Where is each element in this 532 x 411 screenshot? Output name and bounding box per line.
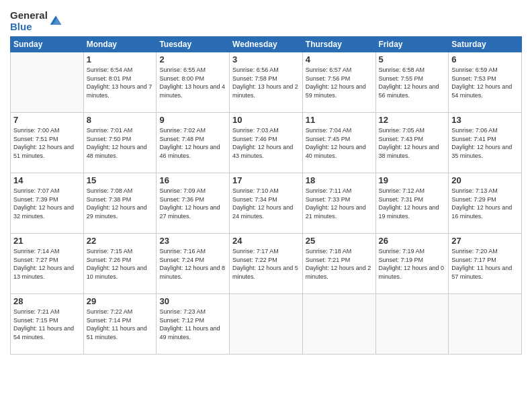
day-number: 30 [159,296,226,306]
daylight-text: Daylight: 12 hours and 27 minutes. [159,204,220,220]
sunset-text: Sunset: 7:38 PM [87,196,132,203]
cell-info: Sunrise: 7:23 AM Sunset: 7:12 PM Dayligh… [159,308,226,341]
cell-info: Sunrise: 7:05 AM Sunset: 7:43 PM Dayligh… [379,126,446,160]
day-number: 21 [13,236,81,246]
cell-info: Sunrise: 7:02 AM Sunset: 7:48 PM Dayligh… [159,126,226,160]
sunset-text: Sunset: 7:12 PM [159,317,204,324]
calendar-cell: 11 Sunrise: 7:04 AM Sunset: 7:45 PM Dayl… [302,113,375,173]
daylight-text: Daylight: 12 hours and 8 minutes. [159,265,225,280]
cell-info: Sunrise: 7:11 AM Sunset: 7:33 PM Dayligh… [306,187,373,220]
day-number: 1 [87,54,154,64]
day-number: 27 [451,236,519,246]
calendar-cell: 22 Sunrise: 7:15 AM Sunset: 7:26 PM Dayl… [83,234,157,294]
daylight-text: Daylight: 11 hours and 49 minutes. [159,325,220,340]
sunrise-text: Sunrise: 7:00 AM [13,127,60,134]
sunrise-text: Sunrise: 6:58 AM [379,66,425,73]
day-number: 6 [451,54,519,64]
cell-info: Sunrise: 6:59 AM Sunset: 7:53 PM Dayligh… [451,66,519,99]
calendar-cell: 18 Sunrise: 7:11 AM Sunset: 7:33 PM Dayl… [302,173,375,234]
day-number: 12 [379,115,446,125]
sunset-text: Sunset: 8:00 PM [159,75,204,82]
logo-general: General [10,9,48,21]
calendar-cell: 5 Sunrise: 6:58 AM Sunset: 7:55 PM Dayli… [375,52,449,113]
sunrise-text: Sunrise: 7:04 AM [306,127,352,134]
calendar-cell: 23 Sunrise: 7:16 AM Sunset: 7:24 PM Dayl… [157,234,230,294]
sunset-text: Sunset: 7:55 PM [379,75,424,82]
sunset-text: Sunset: 7:29 PM [451,196,496,203]
calendar-cell: 19 Sunrise: 7:12 AM Sunset: 7:31 PM Dayl… [375,173,449,234]
calendar-cell: 13 Sunrise: 7:06 AM Sunset: 7:41 PM Dayl… [449,113,522,173]
day-number: 9 [159,115,226,125]
cell-info: Sunrise: 6:57 AM Sunset: 7:56 PM Dayligh… [306,66,373,99]
day-number: 26 [379,236,446,246]
daylight-text: Daylight: 12 hours and 32 minutes. [13,204,74,220]
day-number: 14 [13,175,81,185]
daylight-text: Daylight: 11 hours and 54 minutes. [13,325,74,340]
sunrise-text: Sunrise: 6:56 AM [232,66,279,73]
sunset-text: Sunset: 7:17 PM [451,257,496,263]
calendar-cell: 29 Sunrise: 7:22 AM Sunset: 7:14 PM Dayl… [83,294,157,355]
daylight-text: Daylight: 12 hours and 19 minutes. [379,204,439,220]
sunrise-text: Sunrise: 7:17 AM [232,248,279,255]
calendar-cell: 3 Sunrise: 6:56 AM Sunset: 7:58 PM Dayli… [230,52,303,113]
sunrise-text: Sunrise: 7:10 AM [232,187,279,194]
day-number: 25 [306,236,373,246]
daylight-text: Daylight: 12 hours and 5 minutes. [232,265,298,280]
calendar-week-row: 14 Sunrise: 7:07 AM Sunset: 7:39 PM Dayl… [11,173,522,234]
sunrise-text: Sunrise: 6:57 AM [306,66,352,73]
cell-info: Sunrise: 7:01 AM Sunset: 7:50 PM Dayligh… [87,126,154,160]
calendar-week-row: 28 Sunrise: 7:21 AM Sunset: 7:15 PM Dayl… [11,294,522,355]
sunset-text: Sunset: 7:41 PM [451,136,496,142]
calendar-cell: 30 Sunrise: 7:23 AM Sunset: 7:12 PM Dayl… [157,294,230,355]
daylight-text: Daylight: 13 hours and 4 minutes. [159,83,225,99]
sunset-text: Sunset: 7:39 PM [13,196,58,203]
sunrise-text: Sunrise: 7:11 AM [306,187,352,194]
cell-info: Sunrise: 7:00 AM Sunset: 7:51 PM Dayligh… [13,126,81,160]
day-number: 23 [159,236,226,246]
day-number: 29 [87,296,154,306]
cell-info: Sunrise: 7:09 AM Sunset: 7:36 PM Dayligh… [159,187,226,220]
sunset-text: Sunset: 7:24 PM [159,257,204,263]
sunset-text: Sunset: 7:15 PM [13,317,58,324]
logo-icon [49,13,62,27]
sunrise-text: Sunrise: 7:03 AM [232,127,279,134]
sunset-text: Sunset: 7:51 PM [13,136,58,142]
sunrise-text: Sunrise: 7:06 AM [451,127,498,134]
daylight-text: Daylight: 12 hours and 35 minutes. [451,144,512,159]
daylight-text: Daylight: 12 hours and 56 minutes. [379,83,439,99]
calendar-cell [230,294,303,355]
day-number: 22 [87,236,154,246]
daylight-text: Daylight: 12 hours and 21 minutes. [306,204,366,220]
cell-info: Sunrise: 7:06 AM Sunset: 7:41 PM Dayligh… [451,126,519,160]
sunset-text: Sunset: 7:53 PM [451,75,496,82]
cell-info: Sunrise: 7:15 AM Sunset: 7:26 PM Dayligh… [87,247,154,281]
day-number: 19 [379,175,446,185]
sunset-text: Sunset: 7:45 PM [306,136,351,142]
sunrise-text: Sunrise: 7:15 AM [87,248,133,255]
calendar-cell: 20 Sunrise: 7:13 AM Sunset: 7:29 PM Dayl… [449,173,522,234]
sunrise-text: Sunrise: 6:54 AM [87,66,133,73]
cell-info: Sunrise: 6:58 AM Sunset: 7:55 PM Dayligh… [379,66,446,99]
cell-info: Sunrise: 7:21 AM Sunset: 7:15 PM Dayligh… [13,308,81,341]
calendar-cell: 15 Sunrise: 7:08 AM Sunset: 7:38 PM Dayl… [83,173,157,234]
cell-info: Sunrise: 6:56 AM Sunset: 7:58 PM Dayligh… [232,66,300,99]
daylight-text: Daylight: 12 hours and 51 minutes. [13,144,74,159]
day-number: 4 [306,54,373,64]
calendar-cell [449,294,522,355]
cell-info: Sunrise: 7:22 AM Sunset: 7:14 PM Dayligh… [87,308,154,341]
day-number: 13 [451,115,519,125]
calendar-cell: 16 Sunrise: 7:09 AM Sunset: 7:36 PM Dayl… [157,173,230,234]
calendar-cell: 1 Sunrise: 6:54 AM Sunset: 8:01 PM Dayli… [83,52,157,113]
cell-info: Sunrise: 6:55 AM Sunset: 8:00 PM Dayligh… [159,66,226,99]
calendar-cell: 26 Sunrise: 7:19 AM Sunset: 7:19 PM Dayl… [375,234,449,294]
daylight-text: Daylight: 12 hours and 46 minutes. [159,144,220,159]
day-number: 2 [159,54,226,64]
sunrise-text: Sunrise: 7:01 AM [87,127,133,134]
calendar-cell: 12 Sunrise: 7:05 AM Sunset: 7:43 PM Dayl… [375,113,449,173]
calendar-table: SundayMondayTuesdayWednesdayThursdayFrid… [10,36,522,355]
day-number: 24 [232,236,300,246]
sunset-text: Sunset: 7:46 PM [232,136,277,142]
sunrise-text: Sunrise: 7:12 AM [379,187,425,194]
day-number: 11 [306,115,373,125]
calendar-cell: 8 Sunrise: 7:01 AM Sunset: 7:50 PM Dayli… [83,113,157,173]
